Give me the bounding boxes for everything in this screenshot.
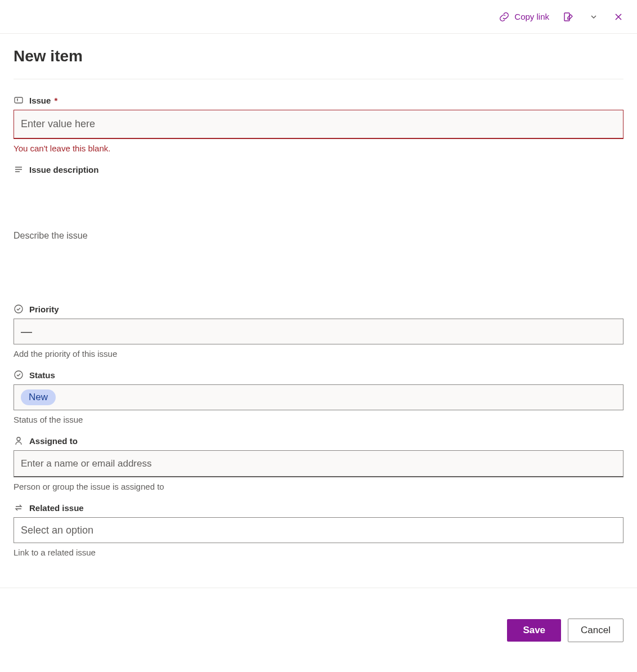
copy-link-label: Copy link — [514, 12, 549, 21]
field-related: Related issue Select an option Link to a… — [14, 503, 623, 557]
priority-label: Priority — [29, 304, 59, 314]
page-title: New item — [14, 47, 623, 65]
description-label: Issue description — [29, 165, 98, 174]
svg-rect-1 — [15, 97, 23, 103]
multiline-icon — [14, 164, 24, 174]
status-pill: New — [21, 389, 56, 405]
svg-point-3 — [15, 371, 23, 379]
svg-point-4 — [17, 437, 20, 441]
priority-helper: Add the priority of this issue — [14, 349, 623, 359]
cancel-button[interactable]: Cancel — [568, 619, 623, 642]
svg-point-2 — [15, 305, 23, 313]
assigned-label: Assigned to — [29, 436, 78, 446]
priority-select[interactable]: — — [14, 319, 623, 344]
assigned-helper: Person or group the issue is assigned to — [14, 482, 623, 491]
issue-error: You can't leave this blank. — [14, 144, 623, 153]
text-field-icon — [14, 95, 24, 105]
field-status: Status New Status of the issue — [14, 370, 623, 424]
copy-link-button[interactable]: Copy link — [499, 11, 549, 23]
link-icon — [499, 11, 510, 23]
footer: Save Cancel — [0, 588, 637, 672]
related-placeholder: Select an option — [21, 525, 93, 536]
choice-icon — [14, 304, 24, 314]
divider — [14, 79, 623, 79]
choice-icon — [14, 370, 24, 380]
field-assigned: Assigned to Person or group the issue is… — [14, 436, 623, 491]
description-input[interactable]: Describe the issue — [14, 231, 623, 293]
related-helper: Link to a related issue — [14, 548, 623, 557]
status-label: Status — [29, 370, 55, 380]
edit-form-button[interactable] — [560, 9, 576, 25]
issue-label: Issue * — [29, 96, 57, 105]
field-issue: Issue * You can't leave this blank. — [14, 95, 623, 153]
description-placeholder: Describe the issue — [14, 231, 623, 241]
save-button[interactable]: Save — [507, 619, 561, 642]
related-label: Related issue — [29, 503, 84, 513]
issue-input[interactable] — [14, 110, 623, 139]
form-scroll-area[interactable]: New item Issue * You can't leave this bl… — [0, 34, 637, 588]
close-button[interactable] — [611, 10, 626, 24]
field-description: Issue description Describe the issue — [14, 164, 623, 293]
person-icon — [14, 436, 24, 446]
status-helper: Status of the issue — [14, 415, 623, 424]
swap-icon — [14, 503, 24, 513]
status-select[interactable]: New — [14, 384, 623, 410]
assigned-input[interactable] — [14, 450, 623, 477]
priority-value: — — [21, 325, 32, 338]
top-toolbar: Copy link — [0, 0, 637, 34]
related-select[interactable]: Select an option — [14, 517, 623, 543]
field-priority: Priority — Add the priority of this issu… — [14, 304, 623, 359]
chevron-down-icon[interactable] — [587, 11, 600, 23]
